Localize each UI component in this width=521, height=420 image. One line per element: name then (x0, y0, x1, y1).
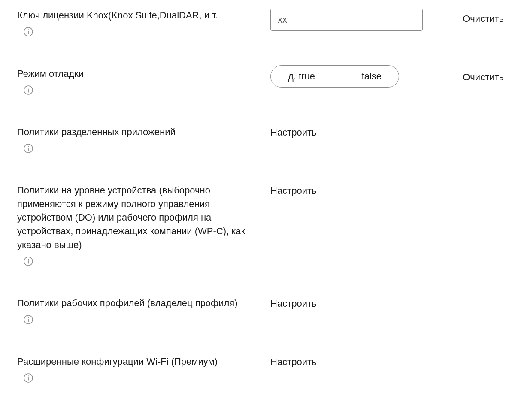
label-col: Политики рабочих профилей (владелец проф… (17, 296, 270, 325)
license-label: Ключ лицензии Knox(Knox Suite,DualDAR, и… (17, 9, 266, 22)
license-input[interactable] (270, 9, 423, 31)
control-col: Настроить (270, 125, 429, 139)
row-wifi-advanced: Расширенные конфигурации Wi-Fi (Премиум)… (17, 355, 504, 383)
row-split-policies: Политики разделенных приложений Настроит… (17, 125, 504, 154)
configure-button[interactable]: Настроить (270, 125, 317, 138)
debug-label: Режим отладки (17, 67, 266, 81)
label-col: Режим отладки (17, 67, 270, 95)
settings-form: Ключ лицензии Knox(Knox Suite,DualDAR, и… (0, 0, 521, 420)
label-col: Политики на уровне устройства (выборочно… (17, 184, 270, 266)
toggle-false[interactable]: false (362, 71, 382, 82)
info-icon[interactable] (23, 373, 266, 383)
configure-button[interactable]: Настроить (270, 184, 317, 196)
control-col: Настроить (270, 184, 429, 198)
empty (429, 296, 504, 300)
info-icon[interactable] (23, 256, 266, 266)
label-col: Расширенные конфигурации Wi-Fi (Премиум) (17, 355, 270, 383)
toggle-true[interactable]: д. true (288, 71, 315, 82)
clear-button[interactable]: Очистить (463, 13, 504, 24)
info-icon[interactable] (23, 143, 266, 154)
row-license-key: Ключ лицензии Knox(Knox Suite,DualDAR, и… (17, 9, 504, 37)
row-work-profile-policies: Политики рабочих профилей (владелец проф… (17, 296, 504, 325)
control-col: д. true false (270, 67, 429, 88)
work-label: Политики рабочих профилей (владелец проф… (17, 296, 266, 310)
label-col: Политики разделенных приложений (17, 125, 270, 154)
configure-button[interactable]: Настроить (270, 355, 317, 368)
control-col: Настроить (270, 296, 429, 311)
empty (429, 355, 504, 358)
info-icon[interactable] (23, 85, 266, 95)
info-icon[interactable] (23, 27, 266, 37)
debug-toggle[interactable]: д. true false (270, 65, 399, 88)
label-col: Ключ лицензии Knox(Knox Suite,DualDAR, и… (17, 9, 270, 37)
info-icon[interactable] (23, 314, 266, 325)
clear-button[interactable]: Очистить (463, 72, 504, 83)
wifi-label: Расширенные конфигурации Wi-Fi (Премиум) (17, 355, 266, 369)
control-col: Настроить (270, 355, 429, 369)
empty (429, 125, 504, 129)
row-debug-mode: Режим отладки д. true false Очистить (17, 67, 504, 95)
configure-button[interactable]: Настроить (270, 296, 317, 309)
device-label: Политики на уровне устройства (выборочно… (17, 184, 266, 252)
row-device-policies: Политики на уровне устройства (выборочно… (17, 184, 504, 266)
control-col (270, 9, 429, 31)
empty (429, 184, 504, 187)
split-label: Политики разделенных приложений (17, 125, 266, 139)
